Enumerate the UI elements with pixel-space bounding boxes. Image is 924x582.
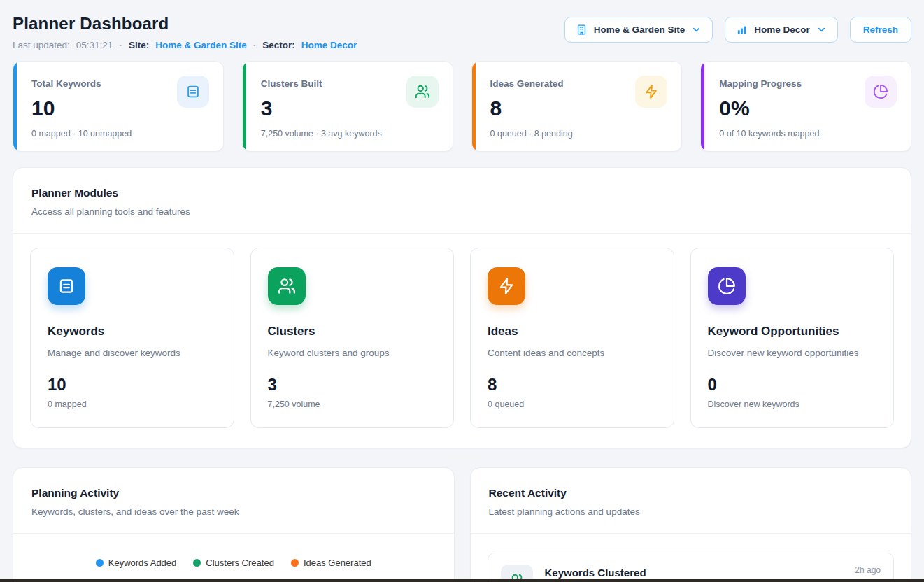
module-value: 10 <box>48 375 217 395</box>
recent-activity-card: Recent Activity Latest planning actions … <box>470 467 912 582</box>
zap-icon <box>635 76 667 108</box>
stat-subtitle: 0 queued · 8 pending <box>490 129 667 139</box>
pie-chart-icon <box>708 267 746 305</box>
refresh-button[interactable]: Refresh <box>850 17 911 43</box>
users-icon <box>268 267 306 305</box>
page-title: Planner Dashboard <box>13 14 357 34</box>
legend-dot-orange <box>291 559 299 567</box>
stat-card-mapping-progress: Mapping Progress 0% 0 of 10 keywords map… <box>700 61 911 152</box>
stat-subtitle: 0 mapped · 10 unmapped <box>31 129 208 139</box>
module-title: Ideas <box>488 325 657 339</box>
building-icon <box>576 24 588 36</box>
bottom-row: Planning Activity Keywords, clusters, an… <box>13 467 911 582</box>
stat-card-ideas-generated: Ideas Generated 8 0 queued · 8 pending <box>471 61 683 152</box>
site-label: Site: <box>129 40 149 50</box>
refresh-button-label: Refresh <box>863 24 898 35</box>
legend-dot-blue <box>96 559 104 567</box>
module-subtitle: 0 mapped <box>48 399 217 409</box>
sector-link[interactable]: Home Decor <box>301 40 357 50</box>
chart-legend: Keywords Added Clusters Created Ideas Ge… <box>13 558 454 568</box>
site-link[interactable]: Home & Garden Site <box>155 40 247 50</box>
stat-cards-row: Total Keywords 10 0 mapped · 10 unmapped… <box>13 61 911 152</box>
sector-dropdown-label: Home Decor <box>754 24 810 35</box>
modules-grid: Keywords Manage and discover keywords 10… <box>13 234 911 448</box>
header-left: Planner Dashboard Last updated: 05:31:21… <box>13 14 357 50</box>
activity-list-item[interactable]: Keywords Clustered 3 new clusters create… <box>488 553 895 582</box>
meta-separator: · <box>253 40 257 50</box>
activity-item-time: 2h ago <box>855 565 881 575</box>
document-icon <box>48 267 85 305</box>
meta-separator: · <box>119 40 122 50</box>
planner-modules-panel: Planner Modules Access all planning tool… <box>13 167 911 448</box>
planning-activity-card: Planning Activity Keywords, clusters, an… <box>13 467 455 582</box>
legend-label: Ideas Generated <box>304 558 371 568</box>
module-title: Keyword Opportunities <box>708 325 877 339</box>
activity-item-title: Keywords Clustered <box>545 567 646 579</box>
users-icon <box>406 76 439 108</box>
legend-dot-green <box>193 559 201 567</box>
chevron-down-icon <box>691 24 702 35</box>
bottom-dark-strip <box>0 579 924 582</box>
module-value: 8 <box>488 375 657 395</box>
pie-chart-icon <box>865 76 897 108</box>
module-subtitle: Discover new keywords <box>708 399 877 409</box>
stat-subtitle: 0 of 10 keywords mapped <box>719 129 895 139</box>
module-subtitle: 0 queued <box>488 399 657 409</box>
planner-modules-title: Planner Modules <box>31 187 893 199</box>
page-meta: Last updated: 05:31:21 · Site: Home & Ga… <box>13 40 357 50</box>
page-header: Planner Dashboard Last updated: 05:31:21… <box>13 0 911 50</box>
module-card-keywords[interactable]: Keywords Manage and discover keywords 10… <box>30 248 234 428</box>
header-actions: Home & Garden Site Home Decor Refresh <box>564 17 911 43</box>
module-value: 0 <box>708 375 877 395</box>
stat-subtitle: 7,250 volume · 3 avg keywords <box>261 129 437 139</box>
stat-card-total-keywords: Total Keywords 10 0 mapped · 10 unmapped <box>13 61 224 152</box>
bar-chart-icon <box>736 24 748 36</box>
last-updated-value: 05:31:21 <box>76 40 113 50</box>
module-title: Keywords <box>48 325 217 339</box>
module-value: 3 <box>268 375 437 395</box>
module-description: Keyword clusters and groups <box>268 348 437 358</box>
module-card-keyword-opportunities[interactable]: Keyword Opportunities Discover new keywo… <box>690 248 895 428</box>
recent-activity-subtitle: Latest planning actions and updates <box>489 506 893 517</box>
legend-item-ideas-generated: Ideas Generated <box>291 558 371 568</box>
recent-activity-title: Recent Activity <box>489 487 893 499</box>
site-dropdown-label: Home & Garden Site <box>594 24 685 35</box>
legend-label: Keywords Added <box>108 558 177 568</box>
module-title: Clusters <box>268 325 437 339</box>
zap-icon <box>488 267 525 305</box>
module-card-ideas[interactable]: Ideas Content ideas and concepts 8 0 que… <box>470 248 674 428</box>
sector-label: Sector: <box>262 40 295 50</box>
recent-activity-header: Recent Activity Latest planning actions … <box>471 468 911 534</box>
module-description: Content ideas and concepts <box>488 348 657 358</box>
module-card-clusters[interactable]: Clusters Keyword clusters and groups 3 7… <box>250 248 455 428</box>
legend-item-keywords-added: Keywords Added <box>96 558 177 568</box>
module-description: Discover new keyword opportunities <box>708 348 877 358</box>
planner-modules-subtitle: Access all planning tools and features <box>31 206 893 217</box>
site-dropdown-button[interactable]: Home & Garden Site <box>564 17 713 43</box>
stat-card-clusters-built: Clusters Built 3 7,250 volume · 3 avg ke… <box>242 61 453 152</box>
legend-item-clusters-created: Clusters Created <box>193 558 274 568</box>
planning-activity-header: Planning Activity Keywords, clusters, an… <box>13 468 454 534</box>
module-subtitle: 7,250 volume <box>268 399 437 409</box>
module-description: Manage and discover keywords <box>48 348 217 358</box>
planner-modules-header: Planner Modules Access all planning tool… <box>13 168 911 234</box>
chevron-down-icon <box>816 24 827 35</box>
document-icon <box>177 76 209 108</box>
sector-dropdown-button[interactable]: Home Decor <box>725 17 838 43</box>
dashboard-page: Planner Dashboard Last updated: 05:31:21… <box>0 0 924 582</box>
planning-activity-subtitle: Keywords, clusters, and ideas over the p… <box>31 506 436 517</box>
last-updated-label: Last updated: <box>13 40 70 50</box>
legend-label: Clusters Created <box>206 558 274 568</box>
planning-activity-title: Planning Activity <box>31 487 436 499</box>
